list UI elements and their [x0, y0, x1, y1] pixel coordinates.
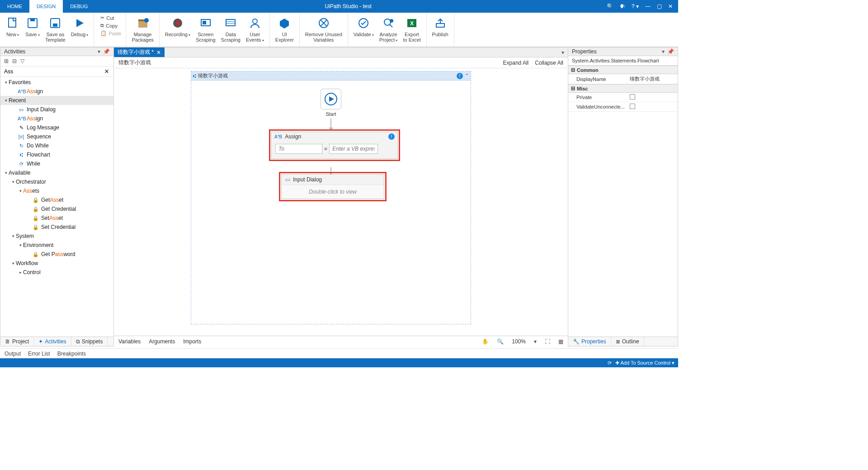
tree-workflow[interactable]: ▾Workflow	[0, 259, 113, 268]
breakpoints-tab[interactable]: Breakpoints	[57, 351, 86, 357]
tree-item-do-while[interactable]: ↻Do While	[0, 141, 113, 150]
add-source-control[interactable]: ✚ Add To Source Control ▾	[615, 360, 675, 366]
tree-recent[interactable]: ▾Recent	[0, 96, 113, 105]
right-tab-properties[interactable]: 🔧Properties	[568, 337, 611, 346]
category-misc[interactable]: ⊟Misc	[568, 84, 678, 93]
collapse-all-link[interactable]: Collapse All	[535, 60, 563, 66]
tree-item-flowchart[interactable]: ⑆Flowchart	[0, 150, 113, 159]
minimize-icon[interactable]: —	[645, 3, 651, 9]
error-list-tab[interactable]: Error List	[28, 351, 50, 357]
tree-system[interactable]: ▾System	[0, 232, 113, 241]
help-icon[interactable]: ? ▾	[632, 3, 639, 9]
pin-icon[interactable]: 📌	[667, 48, 674, 55]
sync-icon[interactable]: ⟳	[608, 360, 612, 366]
zoom-icon[interactable]: 🔍	[497, 338, 504, 345]
search-icon[interactable]: 🔍	[607, 3, 613, 9]
tree-item-set-asset[interactable]: 🔒Set Asset	[0, 214, 113, 223]
tab-debug[interactable]: DEBUG	[63, 0, 95, 13]
tab-design[interactable]: DESIGN	[29, 0, 63, 13]
assign-value-input[interactable]	[329, 144, 378, 154]
expand-all-icon[interactable]: ⊞	[4, 58, 9, 64]
validation-warning-icon[interactable]: !	[388, 133, 395, 140]
assign-activity[interactable]: A*BAssign! =	[269, 129, 400, 161]
warning-icon[interactable]: !	[457, 73, 463, 79]
zoom-level[interactable]: 100%	[512, 338, 526, 345]
manage-packages-button[interactable]: Manage Packages	[129, 14, 156, 43]
copy-button[interactable]: ⧉Copy	[99, 22, 123, 29]
save-template-button[interactable]: Save as Template	[42, 14, 68, 43]
prop-private[interactable]: Private	[568, 93, 678, 102]
tree-item-sequence[interactable]: [≡]Sequence	[0, 132, 113, 141]
assign-to-input[interactable]	[275, 144, 322, 154]
tree-orchestrator[interactable]: ▾Orchestrator	[0, 177, 113, 186]
tree-item-assign-fav[interactable]: A*BAssign	[0, 87, 113, 96]
imports-tab[interactable]: Imports	[183, 338, 201, 345]
left-tab-snippets[interactable]: ⧉Snippets	[71, 337, 108, 346]
tree-available[interactable]: ▾Available	[0, 168, 113, 177]
panel-menu-icon[interactable]: ▾	[662, 48, 665, 55]
breadcrumb[interactable]: 猜数字小游戏	[118, 59, 151, 66]
save-button[interactable]: Save	[23, 14, 42, 38]
validate-button[interactable]: Validate	[351, 14, 377, 38]
export-excel-button[interactable]: XExport to Excel	[400, 14, 423, 43]
user-events-button[interactable]: User Events	[243, 14, 267, 43]
output-tab[interactable]: Output	[5, 351, 21, 357]
tree-item-input-dialog[interactable]: ▭Input Dialog	[0, 105, 113, 114]
feedback-icon[interactable]: 🗣	[620, 3, 625, 9]
start-node[interactable]: Start	[318, 89, 344, 117]
screen-scraping-button[interactable]: Screen Scraping	[193, 14, 218, 43]
prop-display-name[interactable]: DisplayName猜数字小游戏	[568, 74, 678, 84]
pan-icon[interactable]: ✋	[482, 338, 489, 345]
maximize-icon[interactable]: ▢	[657, 3, 662, 9]
expand-all-link[interactable]: Expand All	[503, 60, 529, 66]
tree-environment[interactable]: ▾Environment	[0, 241, 113, 250]
pin-icon[interactable]: 📌	[103, 48, 110, 55]
filter-icon[interactable]: ▽	[20, 58, 24, 64]
recording-button[interactable]: Recording	[162, 14, 193, 38]
tree-control[interactable]: ▸Control	[0, 268, 113, 277]
tree-item-get-asset[interactable]: 🔒Get Asset	[0, 195, 113, 204]
collapse-icon[interactable]: ⌃	[465, 73, 469, 79]
new-button[interactable]: New	[3, 14, 23, 38]
paste-button[interactable]: 📋Paste	[99, 30, 123, 37]
data-scraping-button[interactable]: Data Scraping	[218, 14, 243, 43]
tree-item-get-credential[interactable]: 🔒Get Credential	[0, 204, 113, 214]
ui-explorer-button[interactable]: UI Explorer	[273, 14, 297, 43]
category-common[interactable]: ⊟Common	[568, 66, 678, 74]
flowchart-container[interactable]: ⑆ 猜数字小游戏 !⌃ Start A*BAssign! =	[191, 71, 471, 324]
document-tab[interactable]: 猜数字小游戏 *✕	[114, 47, 165, 57]
activities-search-input[interactable]	[2, 66, 102, 76]
variables-tab[interactable]: Variables	[118, 338, 141, 345]
zoom-dropdown-icon[interactable]: ▾	[534, 338, 537, 345]
arguments-tab[interactable]: Arguments	[149, 338, 175, 345]
fit-screen-icon[interactable]: ⛶	[545, 338, 550, 345]
tree-item-log-message[interactable]: ✎Log Message	[0, 123, 113, 132]
private-checkbox[interactable]	[630, 94, 635, 100]
input-dialog-activity[interactable]: ▭Input Dialog Double-click to view	[279, 172, 387, 201]
cut-button[interactable]: ✂Cut	[99, 14, 123, 21]
left-tab-project[interactable]: 🗎Project	[0, 337, 34, 346]
validate-unconnected-checkbox[interactable]	[630, 104, 635, 109]
left-tab-activities[interactable]: ✦Activities	[34, 337, 71, 346]
publish-button[interactable]: Publish	[429, 14, 451, 37]
clear-search-icon[interactable]: ✕	[102, 68, 112, 75]
tree-favorites[interactable]: ▾Favorites	[0, 78, 113, 87]
tabs-dropdown-icon[interactable]: ▾	[558, 47, 568, 57]
right-tab-outline[interactable]: ≣Outline	[611, 337, 644, 346]
prop-validate-unconnected[interactable]: ValidateUnconnecte...	[568, 102, 678, 112]
overview-icon[interactable]: ▦	[558, 338, 563, 345]
tree-item-get-password[interactable]: 🔒Get Password	[0, 250, 113, 259]
designer-canvas[interactable]: ⑆ 猜数字小游戏 !⌃ Start A*BAssign! =	[114, 68, 568, 336]
tree-item-assign[interactable]: A*BAssign	[0, 114, 113, 123]
tree-assets[interactable]: ▾Assets	[0, 186, 113, 195]
collapse-all-icon[interactable]: ⊟	[12, 58, 17, 64]
close-icon[interactable]: ✕	[668, 3, 673, 9]
analyze-project-button[interactable]: Analyze Project	[377, 14, 400, 43]
tree-item-set-credential[interactable]: 🔒Set Credential	[0, 223, 113, 232]
tab-home[interactable]: HOME	[0, 0, 29, 13]
debug-button[interactable]: Debug	[68, 14, 91, 38]
tree-item-while[interactable]: ⟳While	[0, 159, 113, 168]
panel-menu-icon[interactable]: ▾	[98, 48, 100, 55]
close-tab-icon[interactable]: ✕	[156, 49, 161, 56]
remove-unused-button[interactable]: Remove Unused Variables	[302, 14, 345, 43]
